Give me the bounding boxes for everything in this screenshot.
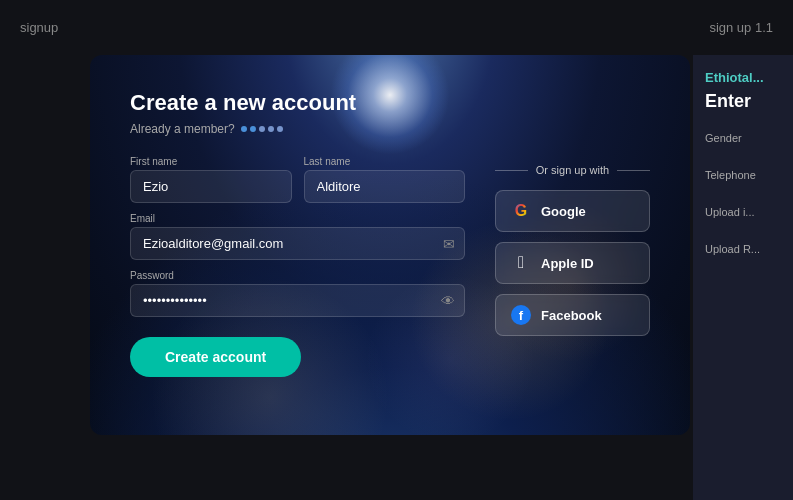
right-panel-brand: Ethiotal...: [705, 70, 781, 85]
google-signin-button[interactable]: G Google: [495, 190, 650, 232]
last-name-group: Last name: [304, 156, 466, 203]
facebook-label: Facebook: [541, 308, 602, 323]
password-input[interactable]: [130, 284, 465, 317]
or-sign-up-text: Or sign up with: [536, 164, 609, 176]
form-title: Create a new account: [130, 90, 465, 116]
right-panel-upload-id: Upload i...: [705, 206, 781, 218]
apple-icon: : [511, 253, 531, 273]
google-icon: G: [511, 201, 531, 221]
right-panel-upload-r: Upload R...: [705, 243, 781, 255]
last-name-label: Last name: [304, 156, 466, 167]
dot-3: [259, 126, 265, 132]
divider-left: [495, 170, 528, 171]
first-name-group: First name: [130, 156, 292, 203]
dots-indicator: [241, 126, 283, 132]
last-name-input[interactable]: [304, 170, 466, 203]
card-content: Create a new account Already a member? F…: [90, 55, 690, 435]
or-divider: Or sign up with: [495, 164, 650, 176]
google-label: Google: [541, 204, 586, 219]
facebook-signin-button[interactable]: f Facebook: [495, 294, 650, 336]
dot-1: [241, 126, 247, 132]
email-wrapper: ✉: [130, 227, 465, 260]
dot-5: [277, 126, 283, 132]
facebook-icon: f: [511, 305, 531, 325]
dot-4: [268, 126, 274, 132]
create-account-button[interactable]: Create account: [130, 337, 301, 377]
email-icon: ✉: [443, 236, 455, 252]
divider-right: [617, 170, 650, 171]
already-member-row: Already a member?: [130, 122, 465, 136]
nav-signup-label: signup: [20, 20, 58, 35]
right-panel-title: Enter: [705, 91, 781, 112]
password-wrapper: 👁: [130, 284, 465, 317]
right-panel-gender: Gender: [705, 132, 781, 144]
email-group: Email ✉: [130, 213, 465, 260]
password-toggle-icon[interactable]: 👁: [441, 293, 455, 309]
first-name-input[interactable]: [130, 170, 292, 203]
email-label: Email: [130, 213, 465, 224]
apple-label: Apple ID: [541, 256, 594, 271]
password-group: Password 👁: [130, 270, 465, 317]
apple-signin-button[interactable]:  Apple ID: [495, 242, 650, 284]
nav-signup-right-label: sign up 1.1: [709, 20, 773, 35]
right-panel: Ethiotal... Enter Gender Telephone Uploa…: [693, 55, 793, 500]
email-input[interactable]: [130, 227, 465, 260]
right-panel-telephone: Telephone: [705, 169, 781, 181]
dot-2: [250, 126, 256, 132]
password-label: Password: [130, 270, 465, 281]
form-section: Create a new account Already a member? F…: [130, 90, 465, 400]
name-row: First name Last name: [130, 156, 465, 203]
top-nav: signup sign up 1.1: [0, 0, 793, 55]
signup-card: Create a new account Already a member? F…: [90, 55, 690, 435]
social-section: Or sign up with G Google  Apple ID: [495, 90, 650, 400]
first-name-label: First name: [130, 156, 292, 167]
already-member-text: Already a member?: [130, 122, 235, 136]
